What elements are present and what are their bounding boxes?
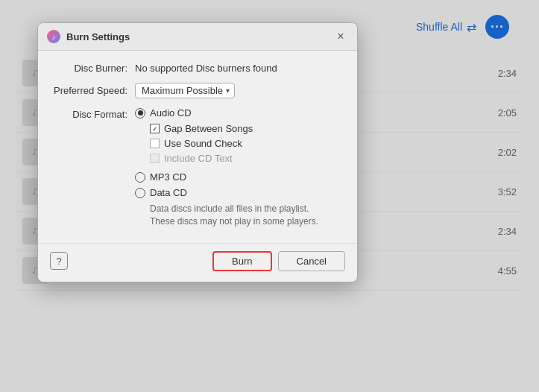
burn-settings-dialog: ♪ Burn Settings × Disc Burner: No suppor… [37,22,358,282]
chevron-down-icon: ▾ [226,86,230,95]
data-cd-option[interactable]: Data CD [135,187,318,198]
data-cd-description: Data discs include all files in the play… [150,203,318,228]
footer-buttons: Burn Cancel [212,251,345,271]
include-cd-text-row[interactable]: Include CD Text [150,153,318,164]
burn-button[interactable]: Burn [212,251,271,271]
audio-cd-radio[interactable] [135,108,145,118]
modal-overlay: ♪ Burn Settings × Disc Burner: No suppor… [0,0,539,392]
preferred-speed-row: Preferred Speed: Maximum Possible ▾ [53,83,342,98]
disc-format-options: Audio CD Gap Between Songs Use Sound Che… [135,107,318,228]
gap-between-songs-checkbox[interactable] [150,124,160,133]
itunes-icon: ♪ [47,30,60,43]
dialog-title: Burn Settings [66,31,130,42]
disc-format-section: Disc Format: Audio CD Gap Between Songs [53,107,342,228]
use-sound-check-label: Use Sound Check [164,138,242,149]
speed-select-text: Maximum Possible [142,85,223,96]
gap-between-songs-row[interactable]: Gap Between Songs [150,123,318,134]
audio-cd-label: Audio CD [150,107,192,118]
preferred-speed-label: Preferred Speed: [53,85,135,96]
cancel-button[interactable]: Cancel [278,251,345,271]
data-cd-desc-text: Data discs include all files in the play… [150,203,318,227]
close-button[interactable]: × [333,29,348,44]
disc-format-label: Disc Format: [53,107,135,120]
help-button[interactable]: ? [50,252,68,270]
disc-burner-label: Disc Burner: [53,63,135,74]
mp3-cd-radio[interactable] [135,172,145,183]
include-cd-text-checkbox[interactable] [150,154,160,163]
data-cd-radio[interactable] [135,188,145,198]
dialog-title-left: ♪ Burn Settings [47,30,130,43]
disc-burner-value: No supported Disc burners found [135,63,277,74]
use-sound-check-checkbox[interactable] [150,139,160,148]
dialog-body: Disc Burner: No supported Disc burners f… [38,51,357,243]
data-cd-label: Data CD [150,187,187,198]
mp3-cd-option[interactable]: MP3 CD [135,171,318,183]
gap-between-songs-label: Gap Between Songs [164,123,253,134]
disc-burner-row: Disc Burner: No supported Disc burners f… [53,63,342,74]
include-cd-text-label: Include CD Text [164,153,233,164]
audio-cd-suboptions: Gap Between Songs Use Sound Check Includ… [150,123,318,164]
dialog-footer: ? Burn Cancel [38,243,357,282]
audio-cd-option[interactable]: Audio CD [135,107,318,118]
preferred-speed-select[interactable]: Maximum Possible ▾ [135,83,235,98]
mp3-cd-label: MP3 CD [150,171,186,183]
dialog-titlebar: ♪ Burn Settings × [38,23,357,51]
use-sound-check-row[interactable]: Use Sound Check [150,138,318,149]
